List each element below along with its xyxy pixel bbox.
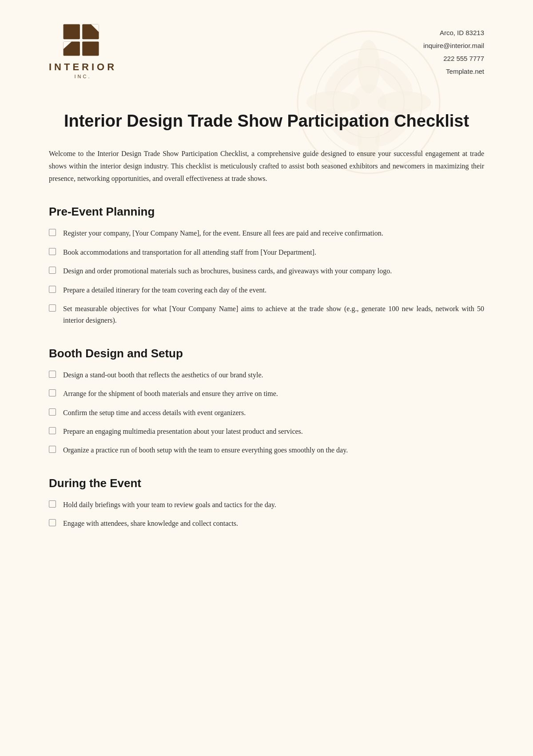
item-text: Hold daily briefings with your team to r… — [63, 499, 484, 511]
item-text: Design a stand-out booth that reflects t… — [63, 369, 484, 381]
list-item: Book accommodations and transportation f… — [49, 247, 484, 258]
header: INTERIOR INC. Arco, ID 83213 inquire@int… — [49, 0, 484, 92]
logo-icon — [61, 22, 105, 58]
item-text: Arrange for the shipment of booth materi… — [63, 388, 484, 400]
list-item: Hold daily briefings with your team to r… — [49, 499, 484, 511]
list-item: Design and order promotional materials s… — [49, 265, 484, 277]
list-item: Prepare an engaging multimedia presentat… — [49, 426, 484, 437]
intro-paragraph: Welcome to the Interior Design Trade Sho… — [49, 148, 484, 185]
checkbox[interactable] — [49, 446, 56, 453]
list-item: Organize a practice run of booth setup w… — [49, 444, 484, 456]
item-text: Prepare an engaging multimedia presentat… — [63, 426, 484, 437]
item-text: Book accommodations and transportation f… — [63, 247, 484, 258]
section-title-1: Booth Design and Setup — [49, 347, 484, 360]
svg-rect-12 — [63, 24, 80, 39]
item-text: Prepare a detailed itinerary for the tea… — [63, 284, 484, 296]
checkbox[interactable] — [49, 519, 56, 526]
checkbox[interactable] — [49, 371, 56, 378]
item-text: Organize a practice run of booth setup w… — [63, 444, 484, 456]
checkbox[interactable] — [49, 304, 56, 312]
checkbox[interactable] — [49, 248, 56, 255]
page: INTERIOR INC. Arco, ID 83213 inquire@int… — [0, 0, 533, 756]
checkbox[interactable] — [49, 408, 56, 416]
checkbox[interactable] — [49, 229, 56, 236]
checklist-booth: Design a stand-out booth that reflects t… — [49, 369, 484, 456]
contact-phone: 222 555 7777 — [423, 52, 484, 64]
list-item: Prepare a detailed itinerary for the tea… — [49, 284, 484, 296]
contact-email: inquire@interior.mail — [423, 40, 484, 52]
list-item: Set measurable objectives for what [Your… — [49, 303, 484, 327]
list-item: Confirm the setup time and access detail… — [49, 407, 484, 419]
checkbox[interactable] — [49, 389, 56, 396]
main-content: Interior Design Trade Show Participation… — [49, 92, 484, 529]
checklist-pre-event: Register your company, [Your Company Nam… — [49, 228, 484, 326]
list-item: Design a stand-out booth that reflects t… — [49, 369, 484, 381]
company-name: INTERIOR — [49, 61, 117, 73]
svg-rect-17 — [82, 42, 99, 56]
list-item: Engage with attendees, share knowledge a… — [49, 518, 484, 529]
list-item: Arrange for the shipment of booth materi… — [49, 388, 484, 400]
document-title: Interior Design Trade Show Participation… — [49, 110, 484, 132]
company-sub: INC. — [75, 74, 91, 79]
checkbox[interactable] — [49, 427, 56, 434]
checkbox[interactable] — [49, 500, 56, 508]
item-text: Engage with attendees, share knowledge a… — [63, 518, 484, 529]
checkbox[interactable] — [49, 267, 56, 274]
item-text: Design and order promotional materials s… — [63, 265, 484, 277]
section-title-0: Pre-Event Planning — [49, 205, 484, 219]
item-text: Confirm the setup time and access detail… — [63, 407, 484, 419]
section-title-2: During the Event — [49, 476, 484, 490]
logo-area: INTERIOR INC. — [49, 22, 117, 79]
checklist-during: Hold daily briefings with your team to r… — [49, 499, 484, 530]
contact-website: Template.net — [423, 65, 484, 77]
contact-info: Arco, ID 83213 inquire@interior.mail 222… — [423, 22, 484, 78]
contact-address: Arco, ID 83213 — [423, 27, 484, 39]
item-text: Set measurable objectives for what [Your… — [63, 303, 484, 327]
checkbox[interactable] — [49, 286, 56, 293]
item-text: Register your company, [Your Company Nam… — [63, 228, 484, 239]
list-item: Register your company, [Your Company Nam… — [49, 228, 484, 239]
